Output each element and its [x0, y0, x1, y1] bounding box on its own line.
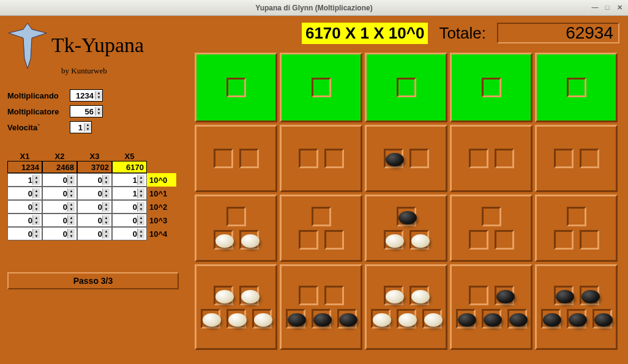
down-arrow-icon[interactable]: ▼	[84, 127, 91, 132]
yupana-hole[interactable]	[299, 286, 318, 305]
moltiplicando-input[interactable]	[70, 91, 95, 100]
matrix-spin-input[interactable]	[43, 189, 67, 198]
down-arrow-icon[interactable]: ▼	[32, 193, 40, 198]
yupana-hole[interactable]	[541, 309, 561, 329]
yupana-hole[interactable]	[371, 309, 391, 329]
yupana-hole[interactable]	[567, 309, 586, 329]
down-arrow-icon[interactable]: ▼	[137, 220, 144, 225]
matrix-spin-cell[interactable]: ▲▼	[42, 214, 77, 227]
yupana-hole[interactable]	[397, 78, 416, 97]
up-arrow-icon[interactable]: ▲	[67, 188, 75, 193]
yupana-hole[interactable]	[567, 207, 586, 226]
moltiplicatore-spinner[interactable]: ▲▼	[70, 105, 103, 117]
up-arrow-icon[interactable]: ▲	[67, 215, 75, 220]
down-arrow-icon[interactable]: ▼	[95, 111, 102, 116]
matrix-spin-input[interactable]	[8, 202, 32, 212]
yupana-hole[interactable]	[580, 149, 599, 168]
down-arrow-icon[interactable]: ▼	[102, 180, 110, 185]
yupana-hole[interactable]	[239, 230, 259, 250]
yupana-hole[interactable]	[226, 309, 246, 329]
yupana-hole[interactable]	[482, 309, 501, 329]
yupana-hole[interactable]	[554, 286, 574, 305]
matrix-spin-cell[interactable]: ▲▼	[7, 214, 42, 227]
matrix-spin-cell[interactable]: ▲▼	[112, 173, 147, 187]
up-arrow-icon[interactable]: ▲	[32, 202, 40, 207]
yupana-hole[interactable]	[456, 309, 476, 329]
up-arrow-icon[interactable]: ▲	[102, 229, 110, 234]
matrix-spin-input[interactable]	[78, 189, 102, 198]
matrix-spin-cell[interactable]: ▲▼	[77, 173, 112, 187]
up-arrow-icon[interactable]: ▲	[32, 229, 40, 234]
moltiplicando-spinner[interactable]: ▲▼	[70, 89, 103, 102]
up-arrow-icon[interactable]: ▲	[32, 215, 40, 220]
matrix-spin-cell[interactable]: ▲▼	[42, 187, 77, 200]
yupana-hole[interactable]	[324, 230, 344, 250]
matrix-spin-cell[interactable]: ▲▼	[7, 187, 42, 200]
yupana-hole[interactable]	[554, 149, 574, 168]
yupana-hole[interactable]	[226, 207, 246, 226]
yupana-hole[interactable]	[312, 309, 331, 329]
yupana-hole[interactable]	[469, 149, 488, 168]
yupana-hole[interactable]	[482, 78, 501, 97]
passo-button[interactable]: Passo 3/3	[7, 272, 179, 289]
yupana-hole[interactable]	[239, 286, 259, 305]
down-arrow-icon[interactable]: ▼	[67, 193, 75, 198]
yupana-hole[interactable]	[201, 309, 220, 329]
matrix-spin-cell[interactable]: ▲▼	[112, 200, 147, 214]
up-arrow-icon[interactable]: ▲	[102, 215, 110, 220]
yupana-hole[interactable]	[469, 286, 488, 305]
matrix-spin-input[interactable]	[78, 229, 102, 239]
yupana-hole[interactable]	[409, 149, 429, 168]
yupana-hole[interactable]	[384, 230, 403, 250]
yupana-hole[interactable]	[226, 78, 246, 97]
up-arrow-icon[interactable]: ▲	[32, 188, 40, 193]
up-arrow-icon[interactable]: ▲	[102, 202, 110, 207]
yupana-hole[interactable]	[397, 309, 416, 329]
yupana-hole[interactable]	[384, 149, 403, 168]
velocita-spinner[interactable]: ▲▼	[70, 121, 92, 133]
matrix-spin-cell[interactable]: ▲▼	[42, 227, 77, 240]
matrix-spin-cell[interactable]: ▲▼	[7, 200, 42, 214]
up-arrow-icon[interactable]: ▲	[95, 107, 102, 111]
down-arrow-icon[interactable]: ▼	[95, 95, 102, 100]
down-arrow-icon[interactable]: ▼	[32, 220, 40, 225]
close-button[interactable]: ✕	[615, 2, 624, 12]
yupana-hole[interactable]	[239, 149, 259, 168]
up-arrow-icon[interactable]: ▲	[32, 175, 40, 180]
down-arrow-icon[interactable]: ▼	[67, 207, 75, 212]
yupana-hole[interactable]	[554, 230, 574, 250]
yupana-hole[interactable]	[312, 207, 331, 226]
matrix-spin-input[interactable]	[43, 229, 67, 239]
matrix-spin-cell[interactable]: ▲▼	[77, 214, 112, 227]
down-arrow-icon[interactable]: ▼	[67, 180, 75, 185]
matrix-spin-input[interactable]	[8, 216, 32, 225]
down-arrow-icon[interactable]: ▼	[102, 193, 110, 198]
down-arrow-icon[interactable]: ▼	[137, 180, 144, 185]
up-arrow-icon[interactable]: ▲	[95, 91, 102, 95]
minimize-button[interactable]: —	[590, 2, 600, 12]
up-arrow-icon[interactable]: ▲	[67, 175, 75, 180]
up-arrow-icon[interactable]: ▲	[84, 123, 91, 127]
matrix-spin-input[interactable]	[43, 202, 67, 212]
matrix-spin-input[interactable]	[78, 216, 102, 225]
matrix-spin-input[interactable]	[113, 189, 137, 198]
yupana-hole[interactable]	[214, 230, 233, 250]
yupana-hole[interactable]	[495, 230, 514, 250]
matrix-spin-input[interactable]	[43, 216, 67, 225]
yupana-hole[interactable]	[495, 149, 514, 168]
down-arrow-icon[interactable]: ▼	[137, 234, 144, 239]
yupana-hole[interactable]	[252, 309, 272, 329]
yupana-hole[interactable]	[507, 309, 527, 329]
yupana-hole[interactable]	[299, 230, 318, 250]
matrix-spin-input[interactable]	[78, 202, 102, 212]
yupana-hole[interactable]	[422, 309, 442, 329]
yupana-hole[interactable]	[567, 78, 586, 97]
maximize-button[interactable]: □	[602, 2, 612, 12]
yupana-hole[interactable]	[482, 207, 501, 226]
yupana-hole[interactable]	[299, 149, 318, 168]
matrix-spin-cell[interactable]: ▲▼	[112, 227, 147, 240]
matrix-spin-cell[interactable]: ▲▼	[77, 187, 112, 200]
yupana-hole[interactable]	[495, 286, 514, 305]
up-arrow-icon[interactable]: ▲	[102, 175, 110, 180]
yupana-hole[interactable]	[592, 309, 612, 329]
